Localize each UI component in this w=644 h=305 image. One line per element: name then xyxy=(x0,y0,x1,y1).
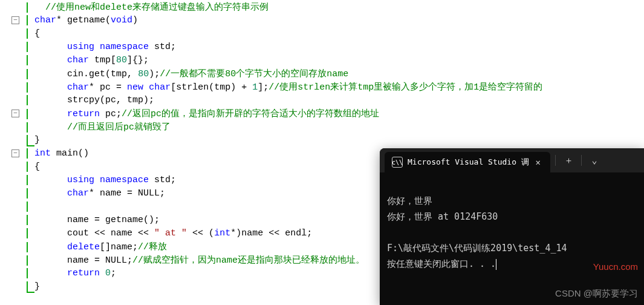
brace: { xyxy=(34,162,40,172)
null-macro: NULL xyxy=(105,255,127,266)
brace: } xyxy=(34,281,40,292)
fold-icon[interactable]: − xyxy=(11,149,19,157)
new-tab-button[interactable]: ＋ xyxy=(558,152,579,169)
comment: //使用strlen来计算tmp里被输入多少个字符，加1是给空字符留的 xyxy=(268,82,542,93)
keyword: int xyxy=(34,148,51,159)
output-line: 你好，世界 at 0124F630 xyxy=(387,211,498,222)
watermark-red: Yuucn.com xyxy=(593,259,638,275)
fold-icon[interactable]: − xyxy=(11,16,19,24)
terminal-app-icon: c\\ xyxy=(392,157,403,168)
terminal-cursor xyxy=(496,259,496,270)
tab-dropdown-button[interactable]: ⌄ xyxy=(584,152,605,169)
comment: //使用new和delete来存储通过键盘输入的字符串示例 xyxy=(45,2,268,13)
comment: //释放 xyxy=(138,242,167,252)
terminal-tab[interactable]: c\\ Microsoft Visual Studio 调试控 ✕ xyxy=(385,152,550,172)
terminal-window[interactable]: c\\ Microsoft Visual Studio 调试控 ✕ ＋ ⌄ 你好… xyxy=(380,148,644,305)
watermark-grey: CSDN @啊苏要学习 xyxy=(555,286,638,301)
null-macro: NULL xyxy=(138,188,160,198)
output-line: F:\敲代码文件\代码训练2019\test_4_14 xyxy=(387,243,567,254)
function-name: getname xyxy=(67,15,105,25)
fold-icon[interactable]: − xyxy=(11,110,19,117)
string-literal: " at " xyxy=(154,228,187,238)
terminal-tab-title: Microsoft Visual Studio 调试控 xyxy=(408,157,529,168)
output-line: 你好，世界 xyxy=(387,195,432,206)
keyword: return xyxy=(67,109,100,119)
output-line: 按任意键关闭此窗口. . . xyxy=(387,258,496,269)
function-name: main xyxy=(56,148,78,159)
identifier: []name; xyxy=(100,242,138,252)
keyword: char xyxy=(34,15,56,25)
divider xyxy=(581,155,582,166)
brace: { xyxy=(34,28,40,39)
keyword: void xyxy=(111,15,132,25)
terminal-output[interactable]: 你好，世界 你好，世界 at 0124F630 F:\敲代码文件\代码训练201… xyxy=(380,172,644,305)
terminal-titlebar[interactable]: c\\ Microsoft Visual Studio 调试控 ✕ ＋ ⌄ xyxy=(380,148,644,172)
comment: //返回pc的值，是指向新开辟的字符合适大小的字符数组的地址 xyxy=(122,109,379,119)
divider xyxy=(555,155,556,166)
comment: //赋成空指针，因为name还是指向那块已经释放的地址。 xyxy=(132,255,365,266)
keyword: new xyxy=(127,82,143,93)
comment: //而且返回后pc就销毁了 xyxy=(67,122,171,133)
keyword: delete xyxy=(67,242,100,252)
brace: } xyxy=(34,135,40,145)
identifier: pc; xyxy=(100,109,122,119)
comment: //一般都不需要80个字节大小的空间存放name xyxy=(160,69,348,79)
close-tab-icon[interactable]: ✕ xyxy=(533,157,543,167)
